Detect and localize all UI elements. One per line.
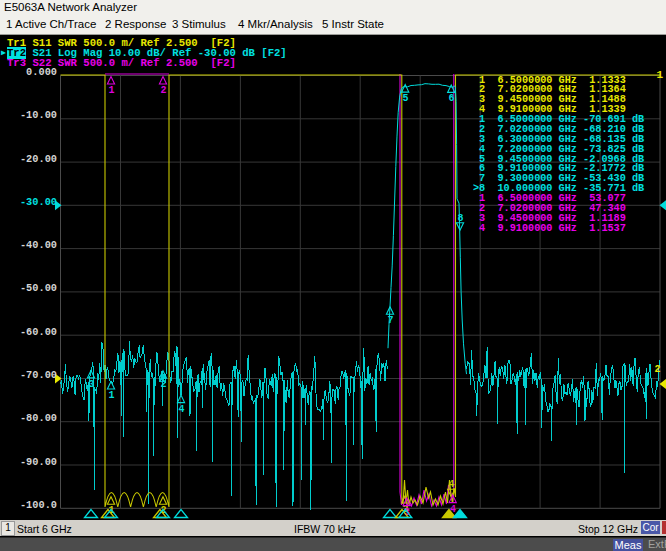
svg-text:4: 4 [178,404,184,415]
svg-text:1: 1 [657,69,664,81]
svg-text:6: 6 [449,93,455,104]
svg-text:2: 2 [160,379,166,390]
svg-text:1: 1 [108,390,114,401]
svg-text:1: 1 [108,85,114,96]
svg-text:7: 7 [387,315,393,326]
svg-text:2: 2 [160,85,166,96]
svg-text:4: 4 [449,479,455,490]
svg-text:2: 2 [655,364,661,375]
svg-text:8: 8 [457,213,463,224]
svg-text:3: 3 [88,379,94,390]
svg-text:5: 5 [403,93,409,104]
